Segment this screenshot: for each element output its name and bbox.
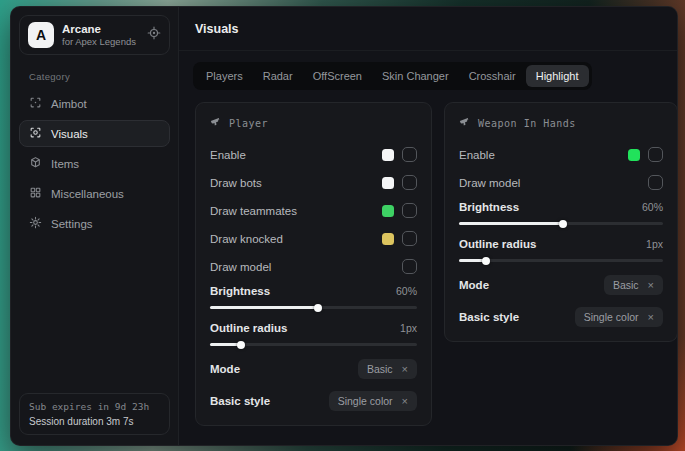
slider-label: Brightness: [210, 285, 270, 297]
toggle-label: Draw knocked: [210, 233, 283, 245]
category-label: Category: [29, 71, 172, 82]
tab-offscreen[interactable]: OffScreen: [303, 65, 372, 87]
tab-players[interactable]: Players: [196, 65, 253, 87]
close-icon[interactable]: ×: [402, 396, 408, 407]
checkbox[interactable]: [648, 147, 663, 162]
slider-track[interactable]: [459, 222, 663, 225]
slider-value: 1px: [400, 322, 417, 334]
slider-value: 60%: [642, 201, 663, 213]
color-swatch[interactable]: [382, 205, 394, 217]
sub-expiry-text: Sub expires in 9d 23h: [29, 401, 160, 412]
select-row-mode: Mode Basic ×: [459, 275, 663, 295]
sidebar-item-aimbot[interactable]: Aimbot: [19, 90, 170, 117]
mode-chip[interactable]: Basic ×: [604, 275, 663, 295]
mode-chip[interactable]: Basic ×: [358, 359, 417, 379]
subscription-card: Sub expires in 9d 23h Session duration 3…: [19, 393, 170, 435]
sidebar-item-settings[interactable]: Settings: [19, 210, 170, 237]
slider-track[interactable]: [459, 259, 663, 262]
color-swatch[interactable]: [628, 149, 640, 161]
tab-skin-changer[interactable]: Skin Changer: [372, 65, 459, 87]
slider-track[interactable]: [210, 306, 417, 309]
session-duration-text: Session duration 3m 7s: [29, 416, 160, 427]
player-panel-header: Player: [210, 114, 417, 132]
slider-brightness: Brightness 60%: [459, 201, 663, 225]
toggle-row-enable: Enable: [210, 144, 417, 165]
tab-radar[interactable]: Radar: [253, 65, 303, 87]
toggle-label: Draw bots: [210, 177, 262, 189]
basic-style-chip[interactable]: Single color ×: [329, 391, 417, 411]
brand-card: A Arcane for Apex Legends: [19, 15, 170, 55]
panels-row: Player Enable Draw bots: [179, 102, 678, 426]
slider-label: Outline radius: [210, 322, 287, 334]
color-swatch[interactable]: [382, 177, 394, 189]
toggle-row-draw-bots: Draw bots: [210, 172, 417, 193]
toggle-row-draw-model: Draw model: [459, 172, 663, 193]
toggle-label: Draw teammates: [210, 205, 297, 217]
sidebar-item-label: Settings: [51, 218, 93, 230]
slider-label: Brightness: [459, 201, 519, 213]
slider-label: Outline radius: [459, 238, 536, 250]
slider-outline-radius: Outline radius 1px: [459, 238, 663, 262]
crosshair-brackets-icon: [29, 96, 42, 111]
checkbox[interactable]: [402, 231, 417, 246]
eye-scan-icon: [29, 126, 42, 141]
panel-title: Weapon In Hands: [478, 118, 576, 129]
toggle-row-draw-model: Draw model: [210, 256, 417, 277]
slider-thumb[interactable]: [482, 257, 490, 265]
brand-name: Arcane: [62, 22, 139, 36]
toggle-row-enable: Enable: [459, 144, 663, 165]
toggle-row-draw-knocked: Draw knocked: [210, 228, 417, 249]
slider-brightness: Brightness 60%: [210, 285, 417, 309]
checkbox[interactable]: [402, 203, 417, 218]
checkbox[interactable]: [402, 259, 417, 274]
select-row-mode: Mode Basic ×: [210, 359, 417, 379]
select-row-basic-style: Basic style Single color ×: [459, 307, 663, 327]
pistol-icon: [210, 114, 222, 132]
page-title: Visuals: [195, 22, 239, 36]
select-label: Mode: [459, 279, 489, 291]
slider-thumb[interactable]: [237, 341, 245, 349]
sidebar-item-label: Visuals: [51, 128, 88, 140]
sidebar: A Arcane for Apex Legends Category: [11, 7, 179, 445]
sidebar-item-miscellaneous[interactable]: Miscellaneous: [19, 180, 170, 207]
sidebar-nav: Aimbot Visuals Items: [17, 90, 172, 237]
select-label: Basic style: [459, 311, 519, 323]
tab-highlight[interactable]: Highlight: [526, 65, 589, 87]
color-swatch[interactable]: [382, 233, 394, 245]
checkbox[interactable]: [648, 175, 663, 190]
tab-crosshair[interactable]: Crosshair: [459, 65, 526, 87]
pistol-icon: [459, 114, 471, 132]
slider-thumb[interactable]: [314, 304, 322, 312]
sidebar-item-label: Items: [51, 158, 79, 170]
brand-logo: A: [28, 22, 54, 48]
toggle-label: Draw model: [210, 261, 271, 273]
toggle-label: Enable: [459, 149, 495, 161]
close-icon[interactable]: ×: [648, 312, 654, 323]
color-swatch[interactable]: [382, 149, 394, 161]
visuals-tabbar: Players Radar OffScreen Skin Changer Cro…: [193, 62, 592, 90]
checkbox[interactable]: [402, 147, 417, 162]
toggle-label: Enable: [210, 149, 246, 161]
weapon-in-hands-panel: Weapon In Hands Enable Draw model: [444, 102, 678, 342]
slider-thumb[interactable]: [559, 220, 567, 228]
main-header: Visuals: [179, 7, 678, 51]
select-label: Basic style: [210, 395, 270, 407]
checkbox[interactable]: [402, 175, 417, 190]
weapon-panel-header: Weapon In Hands: [459, 114, 663, 132]
sidebar-spacer: [17, 237, 172, 393]
gear-icon: [29, 216, 42, 231]
close-icon[interactable]: ×: [648, 280, 654, 291]
cube-icon: [29, 156, 42, 171]
sidebar-item-items[interactable]: Items: [19, 150, 170, 177]
main-area: Visuals Players Radar OffScreen Skin Cha…: [179, 7, 678, 445]
close-icon[interactable]: ×: [402, 364, 408, 375]
sidebar-item-visuals[interactable]: Visuals: [19, 120, 170, 147]
toggle-label: Draw model: [459, 177, 520, 189]
slider-track[interactable]: [210, 343, 417, 346]
toggle-row-draw-teammates: Draw teammates: [210, 200, 417, 221]
slider-value: 1px: [646, 238, 663, 250]
sidebar-item-label: Miscellaneous: [51, 188, 124, 200]
target-icon[interactable]: [147, 26, 161, 44]
basic-style-chip[interactable]: Single color ×: [575, 307, 663, 327]
grid-icon: [29, 186, 42, 201]
